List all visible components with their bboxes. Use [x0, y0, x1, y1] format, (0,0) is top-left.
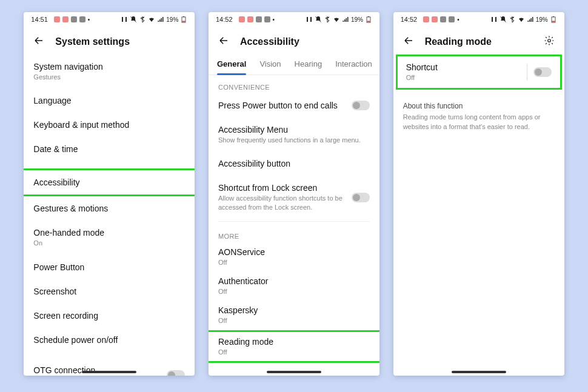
wifi-icon — [518, 16, 525, 23]
row-schedule-power[interactable]: Schedule power on/off — [24, 328, 195, 352]
row-reading-mode[interactable]: Reading mode Off — [209, 330, 379, 363]
header: Accessibility — [209, 27, 379, 55]
row-title: Shortcut — [406, 62, 521, 72]
row-aonservice[interactable]: AONService Off — [209, 242, 379, 271]
notif-icon — [62, 16, 68, 22]
row-kaspersky[interactable]: Kaspersky Off — [209, 301, 379, 330]
signal-icon — [157, 16, 164, 23]
row-shortcut-lockscreen[interactable]: Shortcut from Lock screen Allow accessib… — [209, 176, 379, 219]
row-title: Language — [33, 96, 185, 105]
wifi-icon — [148, 16, 155, 23]
screen-reading-mode: 14:52 • 19% Reading mode — [393, 12, 564, 376]
row-accessibility-button[interactable]: Accessibility button — [209, 151, 379, 176]
status-bar: 14:51 • 19% — [24, 12, 195, 27]
toggle-shortcut-lock[interactable] — [352, 193, 370, 202]
toggle-shortcut[interactable] — [533, 67, 552, 77]
page-title: Accessibility — [240, 36, 299, 47]
row-title: Shortcut from Lock screen — [218, 183, 352, 193]
linkedin-icon — [256, 16, 262, 22]
signal-icon — [342, 16, 349, 23]
row-one-handed[interactable]: One-handed mode On — [24, 221, 195, 254]
row-title: Press Power button to end calls — [218, 101, 352, 110]
row-system-navigation[interactable]: System navigation Gestures — [24, 55, 195, 88]
row-title: Date & time — [33, 144, 185, 154]
row-keyboard[interactable]: Keyboard & input method — [24, 113, 195, 137]
notif-icon — [54, 16, 60, 22]
back-icon[interactable] — [218, 35, 229, 48]
tab-general[interactable]: General — [217, 55, 246, 75]
status-time: 14:52 — [401, 16, 418, 23]
battery-icon — [550, 16, 557, 23]
row-sub: Gestures — [33, 73, 185, 81]
status-time: 14:52 — [216, 16, 233, 23]
app-icon — [264, 16, 270, 22]
row-sub: On — [33, 239, 185, 247]
settings-list: System navigation Gestures Language Keyb… — [24, 55, 195, 376]
screen-accessibility: 14:52 • 19% Accessibility General Vision… — [209, 12, 379, 376]
app-icon — [449, 16, 455, 22]
row-title: Screen recording — [33, 311, 185, 321]
row-title: Gestures & motions — [33, 204, 185, 213]
row-sub: Off — [218, 287, 370, 296]
row-shortcut[interactable]: Shortcut Off — [398, 56, 560, 88]
status-time: 14:51 — [31, 16, 48, 23]
about-title: About this function — [403, 102, 555, 110]
header: System settings — [24, 27, 195, 55]
tab-interaction[interactable]: Interaction — [335, 55, 372, 75]
back-icon[interactable] — [33, 35, 44, 48]
bluetooth-icon — [324, 16, 331, 23]
row-title: Screenshot — [33, 287, 185, 296]
bluetooth-icon — [509, 16, 516, 23]
toggle-otg[interactable] — [167, 370, 185, 376]
page-title: Reading mode — [425, 36, 492, 47]
home-indicator[interactable] — [267, 371, 321, 373]
row-title: System navigation — [33, 62, 185, 71]
svg-rect-7 — [368, 16, 369, 17]
nfc-icon — [121, 16, 128, 23]
divider-vertical — [527, 64, 527, 81]
accessibility-list: CONVENIENCE Press Power button to end ca… — [209, 75, 379, 376]
row-accessibility-menu[interactable]: Accessibility Menu Show frequently used … — [209, 118, 379, 151]
more-notif-icon: • — [457, 16, 459, 23]
row-screenshot[interactable]: Screenshot — [24, 279, 195, 304]
row-sub: Off — [218, 348, 370, 356]
mute-icon — [130, 16, 137, 23]
screen-system-settings: 14:51 • 19% System settings System navig… — [24, 12, 195, 376]
row-sub: Off — [406, 73, 521, 82]
header: Reading mode — [393, 27, 564, 55]
row-datetime[interactable]: Date & time — [24, 137, 195, 161]
row-title: Accessibility Menu — [218, 125, 370, 135]
row-title: Keyboard & input method — [33, 120, 185, 130]
row-press-power[interactable]: Press Power button to end calls — [209, 93, 379, 118]
svg-rect-3 — [183, 16, 184, 17]
row-title: Kaspersky — [218, 305, 370, 315]
about-desc: Reading mode turns long content from app… — [403, 113, 555, 131]
mute-icon — [499, 16, 507, 23]
mute-icon — [315, 16, 322, 23]
section-convenience: CONVENIENCE — [209, 75, 379, 93]
row-authenticator[interactable]: Authenticator Off — [209, 271, 379, 301]
notif-icon — [239, 16, 245, 22]
nfc-icon — [490, 16, 498, 23]
gear-icon[interactable] — [544, 35, 555, 48]
row-screen-recording[interactable]: Screen recording — [24, 304, 195, 328]
back-icon[interactable] — [403, 35, 414, 48]
battery-icon — [365, 16, 372, 23]
svg-point-12 — [547, 39, 550, 42]
notif-icon — [423, 16, 429, 22]
row-sub: Show frequently used functions in a larg… — [218, 136, 370, 144]
row-language[interactable]: Language — [24, 88, 195, 113]
tab-vision[interactable]: Vision — [259, 55, 281, 75]
toggle-press-power[interactable] — [352, 101, 370, 110]
home-indicator[interactable] — [82, 371, 136, 373]
divider — [218, 221, 370, 222]
svg-rect-2 — [182, 21, 185, 22]
home-indicator[interactable] — [452, 371, 506, 373]
tabs: General Vision Hearing Interaction — [209, 55, 379, 75]
linkedin-icon — [71, 16, 77, 22]
row-power-button[interactable]: Power Button — [24, 255, 195, 279]
row-title: Accessibility button — [218, 159, 370, 168]
tab-hearing[interactable]: Hearing — [295, 55, 322, 75]
row-gestures-motions[interactable]: Gestures & motions — [24, 196, 195, 221]
row-accessibility[interactable]: Accessibility — [24, 168, 195, 196]
